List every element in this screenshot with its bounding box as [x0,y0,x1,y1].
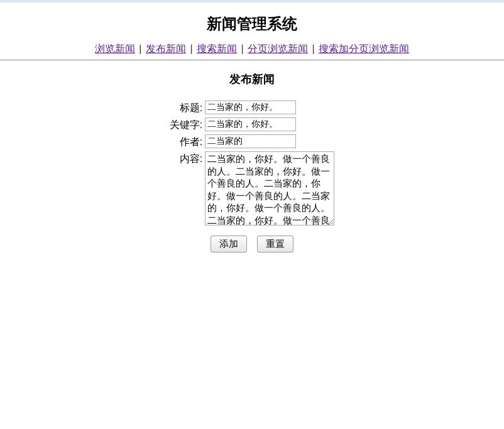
label-author: 作者: [170,134,205,149]
nav-separator: | [241,43,243,54]
divider [0,60,504,60]
keywords-input[interactable] [205,117,296,131]
reset-button[interactable]: 重置 [257,236,293,253]
nav-link-publish[interactable]: 发布新闻 [146,43,186,54]
label-title: 标题: [170,100,205,115]
submit-button[interactable]: 添加 [211,236,247,253]
content-textarea[interactable]: 二当家的，你好。做一个善良的人。二当家的，你好。做一个善良的人。二当家的，你好。… [205,151,334,225]
nav-bar: 浏览新闻 | 发布新闻 | 搜索新闻 | 分页浏览新闻 | 搜索加分页浏览新闻 [0,43,504,56]
nav-link-search-paged-browse[interactable]: 搜索加分页浏览新闻 [319,43,409,54]
nav-link-paged-browse[interactable]: 分页浏览新闻 [248,43,308,54]
label-keywords: 关键字: [170,117,205,132]
button-row: 添加 重置 [170,236,334,253]
nav-separator: | [139,43,141,54]
nav-link-search[interactable]: 搜索新闻 [197,43,237,54]
system-title: 新闻管理系统 [0,14,504,34]
form-title: 发布新闻 [0,72,504,87]
top-bar [0,0,504,3]
nav-separator: | [190,43,192,54]
nav-link-browse[interactable]: 浏览新闻 [95,43,135,54]
publish-form: 标题: 关键字: 作者: 内容: 二当家的，你好。做一个善良的人。二当家的，你好… [170,98,334,231]
label-content: 内容: [170,151,205,228]
title-input[interactable] [205,100,296,114]
author-input[interactable] [205,134,296,148]
nav-separator: | [312,43,315,54]
